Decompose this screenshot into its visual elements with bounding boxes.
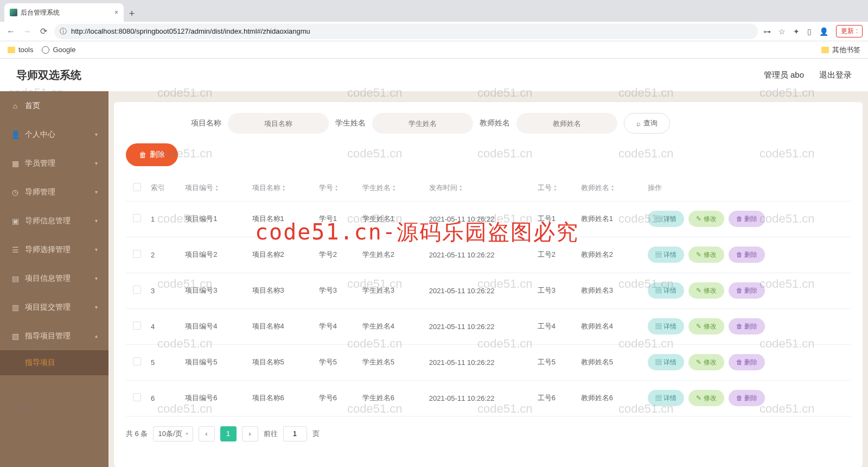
browser-tab[interactable]: 后台管理系统 × (4, 3, 124, 22)
pager-prev[interactable]: ‹ (199, 426, 215, 441)
key-icon[interactable]: ⊶ (763, 27, 771, 36)
cell-sname: 学生姓名6 (359, 380, 426, 416)
sidebar-item-students[interactable]: ▦学员管理▾ (0, 149, 108, 178)
col-header[interactable]: 项目名称▲▼ (249, 175, 316, 201)
label-student-name: 学生姓名 (335, 118, 366, 128)
profile-icon[interactable]: 👤 (819, 27, 828, 36)
cell-idx: 6 (148, 380, 182, 416)
cell-sname: 学生姓名4 (359, 308, 426, 344)
row-edit-button[interactable]: ✎ 修改 (688, 247, 724, 263)
cell-tno: 工号1 (534, 201, 578, 237)
cell-sno: 学号2 (316, 237, 359, 273)
row-edit-button[interactable]: ✎ 修改 (688, 318, 724, 335)
row-delete-button[interactable]: 🗑 删除 (729, 318, 765, 335)
row-detail-button[interactable]: ▤ 详情 (648, 390, 684, 406)
row-checkbox[interactable] (133, 250, 141, 258)
reload-icon[interactable]: ⟳ (38, 26, 49, 36)
col-header[interactable]: 学号▲▼ (316, 175, 359, 201)
row-edit-button[interactable]: ✎ 修改 (688, 390, 724, 406)
row-checkbox[interactable] (133, 357, 141, 365)
star-icon[interactable]: ☆ (778, 27, 786, 36)
url-text: http://localhost:8080/springboot05127/ad… (71, 27, 310, 35)
sidebar-item-project-submit[interactable]: ▥项目提交管理▾ (0, 293, 108, 321)
logout-button[interactable]: 退出登录 (819, 70, 852, 80)
upload-icon: ▥ (11, 303, 20, 312)
col-header[interactable]: 学生姓名▲▼ (359, 175, 426, 201)
sidebar-item-teachers[interactable]: ◷导师管理▾ (0, 178, 108, 206)
extension-icon[interactable]: ✦ (793, 27, 800, 36)
bookmark-google[interactable]: Google (42, 46, 75, 54)
pager-size-select[interactable]: 10条/页▾ (153, 426, 193, 441)
row-detail-button[interactable]: ▤ 详情 (648, 282, 684, 299)
row-delete-button[interactable]: 🗑 删除 (729, 211, 765, 227)
back-icon[interactable]: ← (5, 27, 16, 36)
sidebar-subitem-active[interactable]: 指导项目 (0, 350, 108, 375)
close-icon[interactable]: × (114, 9, 118, 16)
users-icon: ▦ (11, 159, 20, 168)
cell-tno: 工号5 (534, 344, 578, 380)
sidebar-item-teacher-info[interactable]: ▣导师信息管理▾ (0, 206, 108, 235)
row-detail-button[interactable]: ▤ 详情 (648, 354, 684, 370)
chevron-down-icon: ▾ (95, 218, 98, 224)
user-icon: 👤 (11, 130, 20, 139)
cell-tno: 工号2 (534, 237, 578, 273)
batch-delete-button[interactable]: 🗑删除 (126, 143, 178, 166)
input-teacher-name[interactable] (516, 113, 617, 134)
row-detail-button[interactable]: ▤ 详情 (648, 247, 684, 263)
input-project-name[interactable] (228, 113, 329, 134)
checkbox-all[interactable] (133, 183, 141, 191)
row-delete-button[interactable]: 🗑 删除 (729, 247, 765, 263)
row-edit-button[interactable]: ✎ 修改 (688, 211, 724, 227)
table-row: 2 项目编号2 项目名称2 学号2 学生姓名2 2021-05-11 10:26… (126, 237, 851, 273)
bookmark-other[interactable]: 其他书签 (821, 45, 860, 55)
url-bar[interactable]: ⓘ http://localhost:8080/springboot05127/… (54, 24, 758, 39)
sidebar: ⌂首页 👤个人中心▾ ▦学员管理▾ ◷导师管理▾ ▣导师信息管理▾ ☰导师选择管… (0, 91, 108, 467)
bookmark-tools[interactable]: tools (8, 46, 33, 54)
pager-next[interactable]: › (242, 426, 258, 441)
browser-tab-strip: 后台管理系统 × + (0, 0, 868, 22)
row-delete-button[interactable]: 🗑 删除 (729, 354, 765, 370)
forward-icon[interactable]: → (22, 27, 33, 36)
cell-tname: 教师姓名4 (578, 308, 644, 344)
sidebar-item-guidance[interactable]: ▧指导项目管理▴ (0, 321, 108, 350)
cell-sno: 学号5 (316, 344, 359, 380)
sidebar-item-home[interactable]: ⌂首页 (0, 91, 108, 120)
list-icon: ☰ (11, 245, 20, 254)
row-detail-button[interactable]: ▤ 详情 (648, 211, 684, 227)
update-button[interactable]: 更新 : (836, 25, 863, 37)
row-checkbox[interactable] (133, 321, 141, 330)
sidebar-item-project-info[interactable]: ▤项目信息管理▾ (0, 264, 108, 293)
pager-goto-input[interactable] (283, 426, 307, 441)
cell-time: 2021-05-11 10:26:22 (426, 380, 534, 416)
sidebar-item-profile[interactable]: 👤个人中心▾ (0, 120, 108, 149)
col-header[interactable]: 发布时间▲▼ (426, 175, 534, 201)
cell-tno: 工号3 (534, 273, 578, 308)
row-detail-button[interactable]: ▤ 详情 (648, 318, 684, 335)
sidebar-item-teacher-select[interactable]: ☰导师选择管理▾ (0, 235, 108, 264)
row-delete-button[interactable]: 🗑 删除 (729, 390, 765, 406)
new-tab-button[interactable]: + (124, 5, 140, 22)
info-icon: ⓘ (60, 27, 67, 36)
table-row: 1 项目编号1 项目名称1 学号1 学生姓名1 2021-05-11 10:26… (126, 201, 851, 237)
row-checkbox[interactable] (133, 214, 141, 222)
col-header[interactable]: 教师姓名▲▼ (578, 175, 644, 201)
cell-time: 2021-05-11 10:26:22 (426, 273, 534, 308)
row-checkbox[interactable] (133, 286, 141, 294)
cell-pno: 项目编号4 (182, 308, 248, 344)
favicon-icon (10, 9, 17, 16)
search-button[interactable]: ⌕查询 (624, 113, 670, 134)
data-table: 索引项目编号▲▼项目名称▲▼学号▲▼学生姓名▲▼发布时间▲▼工号▲▼教师姓名▲▼… (126, 175, 851, 416)
row-checkbox[interactable] (133, 393, 141, 401)
chevron-down-icon: ▾ (95, 275, 98, 281)
reader-icon[interactable]: ▯ (807, 27, 812, 36)
pager-page-1[interactable]: 1 (220, 426, 237, 441)
row-edit-button[interactable]: ✎ 修改 (688, 354, 724, 370)
cell-time: 2021-05-11 10:26:22 (426, 308, 534, 344)
row-edit-button[interactable]: ✎ 修改 (688, 282, 724, 299)
row-delete-button[interactable]: 🗑 删除 (729, 282, 765, 299)
current-user[interactable]: 管理员 abo (764, 70, 804, 80)
input-student-name[interactable] (372, 113, 473, 134)
col-header[interactable]: 项目编号▲▼ (182, 175, 248, 201)
col-header[interactable]: 工号▲▼ (534, 175, 578, 201)
chevron-down-icon: ▾ (95, 247, 98, 253)
